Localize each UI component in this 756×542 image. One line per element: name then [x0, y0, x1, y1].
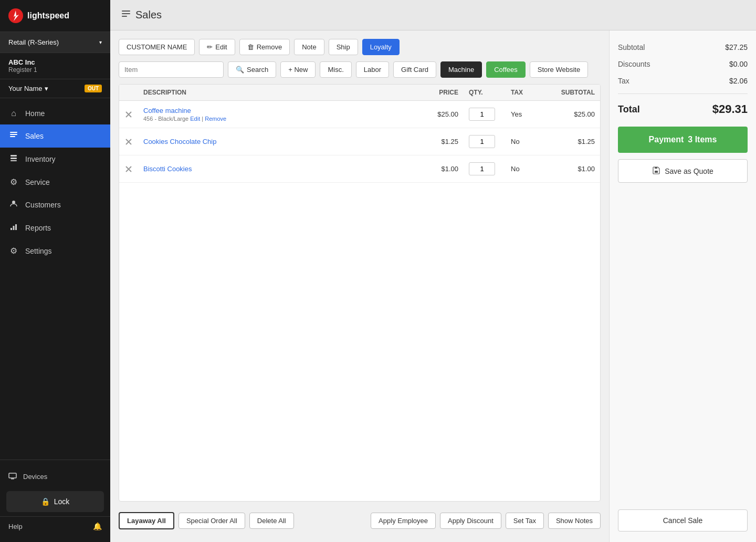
user-info: Your Name ▾ OUT	[0, 79, 110, 98]
item-1-qty-input[interactable]	[469, 108, 495, 121]
coffees-button[interactable]: Coffees	[486, 61, 526, 78]
subtotal-label: Subtotal	[618, 43, 645, 51]
col-subtotal: SUBTOTAL	[548, 89, 600, 96]
action-bar: Layaway All Special Order All Delete All…	[119, 508, 601, 534]
item-3-qty-cell	[464, 158, 506, 180]
col-qty: QTY.	[464, 89, 506, 96]
sidebar-item-home[interactable]: ⌂ Home	[0, 102, 110, 124]
help-item[interactable]: Help 🔔	[0, 516, 110, 536]
sidebar-bottom: Devices 🔒 Lock Help 🔔	[0, 460, 110, 542]
set-tax-button[interactable]: Set Tax	[506, 513, 544, 529]
labor-button[interactable]: Labor	[356, 61, 389, 78]
item-1-name[interactable]: Coffee machine	[143, 107, 406, 114]
subtotal-row: Subtotal $27.25	[618, 41, 748, 54]
sidebar-item-label: Sales	[25, 132, 44, 140]
gift-card-button[interactable]: Gift Card	[393, 61, 436, 78]
sidebar-item-inventory[interactable]: Inventory	[0, 148, 110, 171]
ship-button[interactable]: Ship	[329, 39, 358, 55]
item-2-qty-input[interactable]	[469, 135, 495, 148]
sidebar-devices[interactable]: Devices	[0, 466, 110, 487]
user-name: Your Name ▾	[8, 85, 48, 92]
sidebar-logo: lightspeed	[0, 0, 110, 32]
item-1-edit-link[interactable]: Edit	[190, 116, 200, 122]
lock-label: Lock	[54, 497, 70, 506]
col-tax: TAX	[506, 89, 548, 96]
total-value: $29.31	[712, 102, 748, 116]
out-badge: OUT	[85, 85, 102, 92]
svg-rect-9	[13, 226, 15, 230]
lock-icon: 🔒	[41, 497, 50, 506]
reports-icon	[8, 223, 19, 233]
store-name: ABC Inc	[8, 58, 102, 66]
svg-rect-5	[10, 158, 17, 159]
payment-label: Payment	[649, 135, 684, 144]
svg-rect-11	[9, 473, 16, 478]
sidebar-item-label: Settings	[25, 247, 52, 255]
save-quote-button[interactable]: Save as Quote	[618, 159, 748, 183]
sidebar-item-label: Home	[25, 109, 45, 118]
sidebar-nav: ⌂ Home Sales Inventory ⚙ Service Custome…	[0, 98, 110, 460]
payment-button[interactable]: Payment 3 Items	[618, 127, 748, 153]
sidebar-item-settings[interactable]: ⚙ Settings	[0, 239, 110, 262]
col-price: PRICE	[411, 89, 464, 96]
inventory-icon	[8, 154, 19, 164]
chevron-down-icon: ▾	[45, 85, 48, 92]
loyalty-button[interactable]: Loyalty	[362, 39, 400, 55]
home-icon: ⌂	[8, 109, 19, 118]
remove-customer-button[interactable]: 🗑 Remove	[239, 39, 290, 55]
devices-icon	[8, 472, 17, 482]
sidebar-item-customers[interactable]: Customers	[0, 193, 110, 216]
retail-dropdown[interactable]: Retail (R-Series) ▾	[0, 32, 110, 53]
item-1-price: $25.00	[411, 106, 464, 122]
right-panel: Subtotal $27.25 Discounts $0.00 Tax $2.0…	[609, 30, 756, 542]
sidebar-item-sales[interactable]: Sales	[0, 124, 110, 148]
delete-row-3-button[interactable]	[119, 161, 138, 177]
apply-employee-button[interactable]: Apply Employee	[371, 513, 436, 529]
delete-all-button[interactable]: Delete All	[249, 513, 294, 529]
svg-rect-16	[655, 171, 658, 173]
lock-button[interactable]: 🔒 Lock	[6, 491, 104, 512]
delete-row-2-button[interactable]	[119, 134, 138, 150]
cancel-sale-button[interactable]: Cancel Sale	[618, 509, 748, 531]
page-header: Sales	[110, 0, 756, 30]
item-1-subtotal: $25.00	[548, 106, 600, 122]
search-button[interactable]: 🔍 Search	[228, 61, 276, 78]
sales-area: CUSTOMER NAME ✏ Edit 🗑 Remove Note Ship …	[110, 30, 756, 542]
edit-customer-button[interactable]: ✏ Edit	[199, 39, 235, 55]
register-name: Register 1	[8, 66, 102, 74]
panel-spacer	[618, 187, 748, 505]
item-1-detail: 456 - Black/Large Edit | Remove	[143, 116, 406, 122]
total-label: Total	[618, 104, 640, 115]
new-button[interactable]: + New	[280, 61, 316, 78]
item-2-description: Cookies Chocolate Chip	[138, 133, 411, 150]
sidebar-item-reports[interactable]: Reports	[0, 216, 110, 239]
delete-row-1-button[interactable]	[119, 107, 138, 122]
item-3-qty-input[interactable]	[469, 162, 495, 175]
col-delete	[119, 89, 138, 96]
item-1-remove-link[interactable]: Remove	[205, 116, 226, 122]
layaway-all-button[interactable]: Layaway All	[119, 512, 174, 529]
discounts-row: Discounts $0.00	[618, 58, 748, 70]
svg-point-7	[12, 201, 15, 204]
sales-icon	[8, 131, 19, 141]
item-input[interactable]	[119, 61, 224, 78]
item-2-tax: No	[506, 133, 548, 150]
show-notes-button[interactable]: Show Notes	[548, 513, 601, 529]
summary-divider	[618, 93, 748, 94]
special-order-all-button[interactable]: Special Order All	[178, 513, 245, 529]
item-2-subtotal: $1.25	[548, 133, 600, 150]
customer-name-button[interactable]: CUSTOMER NAME	[119, 39, 195, 55]
apply-discount-button[interactable]: Apply Discount	[440, 513, 501, 529]
item-2-name[interactable]: Cookies Chocolate Chip	[143, 138, 406, 145]
note-button[interactable]: Note	[294, 39, 324, 55]
sidebar-item-service[interactable]: ⚙ Service	[0, 171, 110, 193]
machine-button[interactable]: Machine	[440, 61, 482, 78]
store-website-button[interactable]: Store Website	[530, 61, 588, 78]
svg-rect-8	[10, 228, 12, 230]
misc-button[interactable]: Misc.	[320, 61, 351, 78]
subtotal-value: $27.25	[725, 43, 748, 51]
item-3-name[interactable]: Biscotti Cookies	[143, 165, 406, 173]
bell-icon: 🔔	[93, 522, 102, 530]
svg-rect-3	[10, 136, 15, 137]
svg-rect-12	[11, 478, 14, 480]
